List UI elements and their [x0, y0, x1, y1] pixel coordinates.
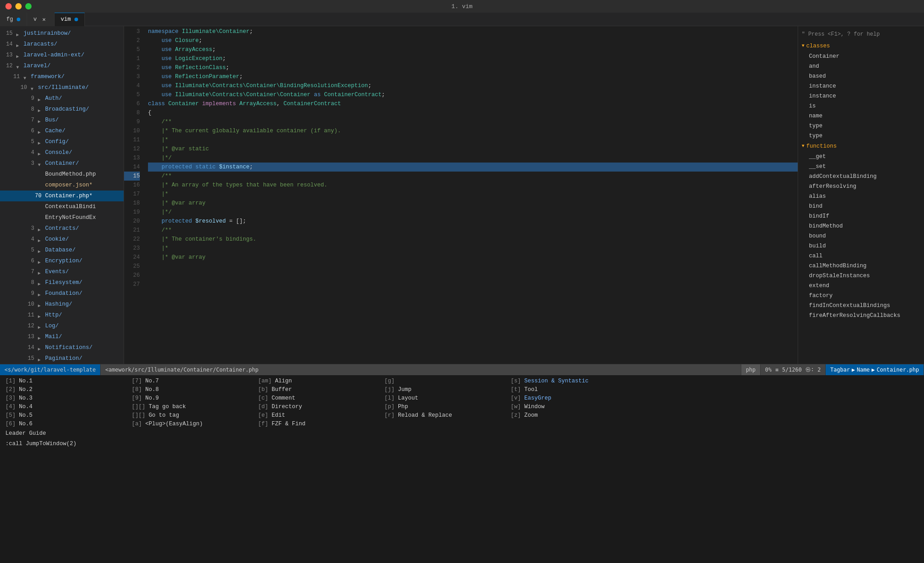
arrow-icon: [38, 280, 43, 285]
sidebar-item-broadcasting[interactable]: 8 Broadcasting/: [0, 104, 124, 115]
tag-bind[interactable]: bind: [798, 201, 924, 211]
tag-based[interactable]: based: [798, 71, 924, 81]
sidebar-item-framework[interactable]: 11 framework/: [0, 71, 124, 82]
tag-findincontextualbindings[interactable]: findInContextualBindings: [798, 301, 924, 311]
sidebar-item-console[interactable]: 4 Console/: [0, 147, 124, 158]
arrow-icon: [38, 356, 43, 361]
sidebar-item-log[interactable]: 12 Log/: [0, 321, 124, 331]
tag-set[interactable]: __set: [798, 162, 924, 172]
tag-factory[interactable]: factory: [798, 291, 924, 301]
sidebar-item-events[interactable]: 7 Events/: [0, 266, 124, 277]
menu-item-jump: [j] Jump: [384, 386, 511, 394]
status-cols: 2: [818, 367, 821, 373]
tag-instance-1[interactable]: instance: [798, 81, 924, 91]
sidebar-item-cache[interactable]: 6 Cache/: [0, 126, 124, 136]
sidebar-item-hashing[interactable]: 10 Hashing/: [0, 299, 124, 310]
sidebar-item-cookie[interactable]: 4 Cookie/: [0, 234, 124, 245]
sidebar-item-composer[interactable]: composer.json*: [0, 180, 124, 191]
sidebar-item-src-illuminate[interactable]: 10 src/Illuminate/: [0, 82, 124, 93]
tab-v-close[interactable]: ✕: [41, 16, 48, 23]
tag-call[interactable]: call: [798, 251, 924, 261]
code-editor[interactable]: 3 2 5 1 2 3 4 5 6 8 9 10 11 12 13 14 15 …: [124, 26, 798, 364]
close-button[interactable]: [5, 3, 12, 9]
tag-container[interactable]: Container: [798, 51, 924, 61]
code-line-8: use ReflectionClass;: [148, 63, 798, 72]
sidebar-item-laracasts[interactable]: 14 laracasts/: [0, 39, 124, 50]
menu-item-8: [8] No.8: [132, 386, 258, 394]
functions-header[interactable]: ▼ functions: [798, 141, 924, 152]
tab-vim[interactable]: vim: [55, 13, 85, 26]
code-line-9: use ReflectionParameter;: [148, 72, 798, 81]
status-tagbar-label: Tagbar: [830, 367, 850, 373]
sidebar-item-http[interactable]: 11 Http/: [0, 310, 124, 321]
tag-addcontextualbinding[interactable]: addContextualBinding: [798, 172, 924, 181]
menu-item-gotag: [][] Go to tag: [132, 411, 258, 420]
tag-is[interactable]: is: [798, 101, 924, 111]
file-tree: 15 justinrainbow/ 14 laracasts/ 13 larav…: [0, 26, 124, 364]
tag-type-1[interactable]: type: [798, 121, 924, 131]
tag-callmethodbinding[interactable]: callMethodBinding: [798, 261, 924, 271]
sidebar-item-config[interactable]: 5 Config/: [0, 136, 124, 147]
tag-instance-2[interactable]: instance: [798, 91, 924, 101]
tab-fg[interactable]: fg: [0, 13, 27, 26]
tag-bound[interactable]: bound: [798, 231, 924, 241]
tag-and[interactable]: and: [798, 61, 924, 71]
tag-dropstaleinstances[interactable]: dropStaleInstances: [798, 271, 924, 281]
sidebar-item-mail[interactable]: 13 Mail/: [0, 331, 124, 342]
menu-item-window: [w] Window: [511, 403, 637, 411]
status-path2: <amework/src/Illuminate/Container/Contai…: [101, 364, 741, 375]
sidebar-item-laravel-admin-ext[interactable]: 13 laravel-admin-ext/: [0, 50, 124, 60]
sidebar-item-contextualbindi[interactable]: ContextualBindi: [0, 201, 124, 212]
tag-bindif[interactable]: bindIf: [798, 211, 924, 221]
minimize-button[interactable]: [15, 3, 22, 9]
menu-row-6: [6] No.6 [a] <Plug>(EasyAlign) [f] FZF &…: [5, 420, 919, 428]
arrow-icon: [38, 161, 43, 166]
sidebar-item-auth[interactable]: 9 Auth/: [0, 93, 124, 104]
tag-build[interactable]: build: [798, 241, 924, 251]
menu-item-3: [3] No.3: [5, 394, 132, 403]
sidebar-item-filesystem[interactable]: 8 Filesystem/: [0, 277, 124, 288]
sidebar-item-bus[interactable]: 7 Bus/: [0, 115, 124, 126]
sidebar-item-encryption[interactable]: 6 Encryption/: [0, 256, 124, 266]
tag-fireafterresolvingcallbacks[interactable]: fireAfterResolvingCallbacks: [798, 311, 924, 321]
tag-get[interactable]: __get: [798, 152, 924, 162]
tags-panel: " Press <F1>, ? for help ▼ classes Conta…: [798, 26, 924, 364]
tag-alias[interactable]: alias: [798, 191, 924, 201]
vim-command[interactable]: :call JumpToWindow(2): [5, 439, 919, 449]
arrow-icon: [38, 96, 43, 101]
sidebar-item-database[interactable]: 5 Database/: [0, 245, 124, 256]
sidebar-item-boundmethod[interactable]: BoundMethod.php: [0, 169, 124, 180]
tag-type-2[interactable]: type: [798, 131, 924, 141]
tag-afterresolving[interactable]: afterResolving: [798, 181, 924, 191]
sidebar-item-pagination[interactable]: 15 Pagination/: [0, 353, 124, 364]
sidebar-item-laravel[interactable]: 12 laravel/: [0, 60, 124, 71]
classes-label: classes: [806, 42, 830, 51]
code-line-6: use ArrayAccess;: [148, 45, 798, 54]
sidebar-item-justinrainbow[interactable]: 15 justinrainbow/: [0, 28, 124, 39]
status-filename: Container.php: [877, 367, 919, 373]
sidebar-item-contracts[interactable]: 3 Contracts/: [0, 223, 124, 234]
menu-item-6: [6] No.6: [5, 420, 132, 428]
sidebar-item-entrynotfoundex[interactable]: EntryNotFoundEx: [0, 212, 124, 223]
code-line-22: /**: [148, 172, 798, 181]
code-line-25: |* @var array: [148, 199, 798, 208]
code-line-7: use LogicException;: [148, 54, 798, 63]
code-line-27: protected $resolved = [];: [148, 217, 798, 226]
code-line-15: /**: [148, 117, 798, 126]
menu-item-easygrep: [v] EasyGrep: [511, 394, 637, 403]
menu-item-edit: [e] Edit: [258, 411, 384, 420]
menu-item-1: [1] No.1: [5, 377, 132, 386]
sidebar-item-container-php[interactable]: 70 Container.php*: [0, 191, 124, 201]
arrow-icon: [16, 31, 22, 36]
vim-leader-guide: Leader Guide: [5, 428, 919, 439]
sidebar-item-container[interactable]: 3 Container/: [0, 158, 124, 169]
code-line-16: |* The current globally available contai…: [148, 126, 798, 135]
classes-header[interactable]: ▼ classes: [798, 41, 924, 51]
tag-bindmethod[interactable]: bindMethod: [798, 221, 924, 231]
tag-name[interactable]: name: [798, 111, 924, 121]
sidebar-item-notifications[interactable]: 14 Notifications/: [0, 342, 124, 353]
tab-v[interactable]: v ✕: [27, 13, 55, 26]
sidebar-item-foundation[interactable]: 9 Foundation/: [0, 288, 124, 299]
maximize-button[interactable]: [25, 3, 32, 9]
tag-extend[interactable]: extend: [798, 281, 924, 291]
